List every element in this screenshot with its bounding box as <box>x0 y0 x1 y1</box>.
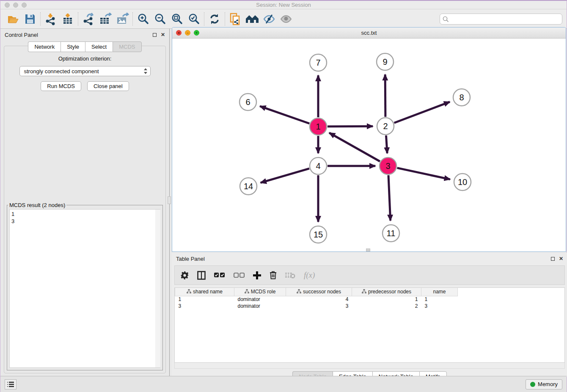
memory-label: Memory <box>538 381 558 387</box>
table-cell[interactable]: 2 <box>352 303 421 309</box>
table-cell[interactable]: 1 <box>175 296 234 303</box>
add-column-icon[interactable] <box>253 271 261 279</box>
control-panel: Control Panel ✕ NetworkStyleSelectMCDS O… <box>0 29 170 377</box>
optimization-criterion-label: Optimization criterion: <box>4 55 165 62</box>
control-panel-close-icon[interactable]: ✕ <box>161 32 165 37</box>
graph-node-7[interactable]: 7 <box>310 54 327 71</box>
clone-network-icon[interactable] <box>227 11 244 27</box>
graph-edge-2-8[interactable] <box>394 102 450 123</box>
graph-node-6[interactable]: 6 <box>239 94 256 110</box>
zoom-fit-icon[interactable] <box>168 11 185 27</box>
tab-select[interactable]: Select <box>85 41 113 52</box>
table-row[interactable]: 3dominator323 <box>175 303 458 309</box>
mcds-result-title: MCDS result (2 nodes) <box>8 202 66 208</box>
svg-text:4: 4 <box>316 161 320 171</box>
graph-node-15[interactable]: 15 <box>310 226 327 243</box>
os-titlebar: Session: New Session <box>0 1 567 9</box>
table-cell[interactable]: 4 <box>286 296 352 303</box>
table-cell[interactable]: 3 <box>175 303 234 309</box>
svg-text:3: 3 <box>385 161 390 171</box>
list-icon <box>7 381 14 387</box>
tab-mcds[interactable]: MCDS <box>113 41 141 52</box>
mcds-result-text[interactable]: 1 3 <box>9 209 160 368</box>
gear-icon[interactable] <box>181 271 189 279</box>
zoom-out-icon[interactable] <box>151 11 168 27</box>
graph-node-8[interactable]: 8 <box>453 89 470 106</box>
svg-text:1: 1 <box>316 122 320 131</box>
show-all-icon[interactable] <box>278 11 295 27</box>
import-table-icon[interactable] <box>59 11 76 27</box>
table-panel-close-icon[interactable]: ✕ <box>559 256 563 261</box>
search-input[interactable] <box>440 14 562 25</box>
zoom-in-icon[interactable] <box>135 11 151 27</box>
result-scrollbar[interactable] <box>155 210 160 367</box>
network-window-titlebar[interactable]: ✕ − + scc.txt <box>172 28 566 39</box>
table-cell[interactable]: dominator <box>234 296 286 303</box>
column-header-name[interactable]: name <box>421 288 458 296</box>
graph-node-2[interactable]: 2 <box>377 118 394 135</box>
graph-edge-3-10[interactable] <box>397 168 450 179</box>
graph-node-4[interactable]: 4 <box>310 157 327 174</box>
export-image-icon[interactable] <box>114 11 131 27</box>
column-header-shared-name[interactable]: shared name <box>175 288 234 296</box>
save-session-icon[interactable] <box>22 11 39 27</box>
graph-edge-1-2[interactable] <box>328 126 373 127</box>
table-cell[interactable]: 3 <box>286 303 352 309</box>
run-mcds-button[interactable]: Run MCDS <box>41 81 81 91</box>
import-network-icon[interactable] <box>42 11 59 27</box>
criterion-select[interactable]: strongly connected component <box>19 66 151 76</box>
delete-table-icon[interactable] <box>285 272 295 279</box>
tab-network[interactable]: Network <box>28 41 61 52</box>
export-network-icon[interactable] <box>80 11 97 27</box>
graph-edge-2-3[interactable] <box>386 135 387 153</box>
svg-text:8: 8 <box>459 93 464 102</box>
graph-edge-1-6[interactable] <box>260 106 309 124</box>
column-header-MCDS-role[interactable]: MCDS role <box>234 288 286 296</box>
columns-icon[interactable] <box>197 271 206 280</box>
table-cell[interactable]: 1 <box>352 296 421 303</box>
hide-selected-icon[interactable] <box>261 11 278 27</box>
graph-node-3[interactable]: 3 <box>380 157 396 174</box>
open-session-icon[interactable] <box>5 11 22 27</box>
network-canvas[interactable]: 7968124314101511 <box>172 39 566 251</box>
graph-edge-3-11[interactable] <box>388 175 391 221</box>
table-toolbar: f(x) <box>174 265 565 285</box>
graph-edge-4-14[interactable] <box>261 168 309 182</box>
mcds-tab-panel: Optimization criterion: strongly connect… <box>4 46 166 373</box>
toolbar-separator <box>40 12 41 26</box>
graph-node-14[interactable]: 14 <box>240 178 257 195</box>
zoom-selected-icon[interactable] <box>185 11 202 27</box>
table-row[interactable]: 1dominator411 <box>175 296 458 303</box>
table-hscroll-track[interactable] <box>174 363 565 369</box>
table-panel-float-button[interactable] <box>551 257 555 261</box>
function-builder-icon[interactable]: f(x) <box>304 271 315 280</box>
graph-node-1[interactable]: 1 <box>310 118 327 135</box>
refresh-icon[interactable] <box>206 11 223 27</box>
deselect-all-icon[interactable] <box>234 273 245 278</box>
graph-edge-3-1[interactable] <box>329 133 380 161</box>
memory-button[interactable]: Memory <box>526 379 562 389</box>
control-panel-float-button[interactable] <box>153 33 157 37</box>
graph-node-9[interactable]: 9 <box>377 53 394 70</box>
table-panel: Table Panel ✕ <box>172 253 567 377</box>
table-panel-title: Table Panel <box>176 256 205 262</box>
select-all-icon[interactable] <box>214 273 225 278</box>
table-cell[interactable]: dominator <box>234 303 286 309</box>
memory-status-dot <box>530 382 535 387</box>
canvas-hscroll-thumb[interactable] <box>366 248 370 251</box>
column-header-predecessor-nodes[interactable]: predecessor nodes <box>352 288 421 296</box>
table-cell[interactable]: 3 <box>421 303 458 309</box>
close-panel-button[interactable]: Close panel <box>87 81 129 91</box>
graph-node-11[interactable]: 11 <box>383 225 399 242</box>
tab-style[interactable]: Style <box>61 41 85 52</box>
table-cell[interactable]: 1 <box>421 296 458 303</box>
panel-splitter-handle[interactable] <box>168 196 171 204</box>
export-table-icon[interactable] <box>97 11 114 27</box>
select-chevrons-icon <box>143 68 148 75</box>
graph-edge-2-9[interactable] <box>385 75 385 117</box>
graph-node-10[interactable]: 10 <box>454 174 471 190</box>
home-layout-icon[interactable] <box>244 11 261 27</box>
task-history-button[interactable] <box>5 379 17 389</box>
delete-column-icon[interactable] <box>270 271 277 279</box>
column-header-successor-nodes[interactable]: successor nodes <box>286 288 352 296</box>
